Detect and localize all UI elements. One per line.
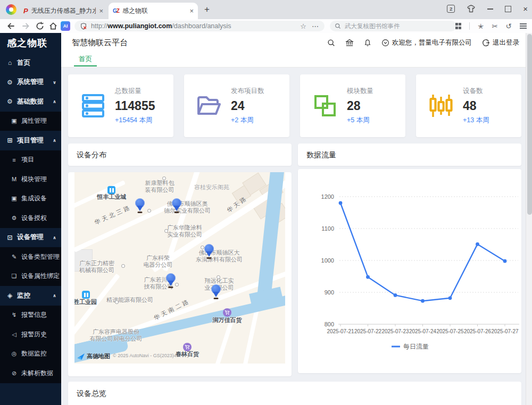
welcome-text: 欢迎您，普量电子有限公司: [392, 38, 472, 47]
sidebar-menu: ⌂首页⚙系统管理∨⚙基础数据∧▣属性管理⊞项目管理∧≡项目M模块管理▣集成设备⚙…: [0, 53, 61, 383]
sidebar-item-集成设备[interactable]: ▣集成设备: [0, 189, 61, 209]
browser-addressbar: AI http://www.puliangiot.com/dashboard/a…: [0, 19, 532, 33]
ai-assistant-icon[interactable]: AI: [61, 21, 70, 31]
tab2-close-icon[interactable]: ×: [189, 7, 194, 15]
tab-count-badge[interactable]: 2: [447, 5, 455, 13]
stat-value: 48: [463, 99, 489, 113]
sidebar-item-首页[interactable]: ⌂首页: [0, 53, 61, 73]
tab2-title: 感之物联: [122, 6, 187, 15]
logout-button[interactable]: 退出登录: [482, 38, 519, 47]
header-bell-icon[interactable]: [364, 39, 371, 47]
sidebar-item-基础数据[interactable]: ⚙基础数据∧: [0, 92, 61, 112]
folder-icon: [196, 92, 222, 119]
stat-card-总数据量: 总数据量114855+15454 本周: [68, 74, 173, 137]
svg-text:2025-07-24: 2025-07-24: [409, 328, 437, 334]
stat-label: 总数据量: [115, 87, 155, 96]
map-poi-label: 胜工业园: [74, 299, 97, 306]
tab-home[interactable]: 首页: [74, 52, 97, 66]
svg-text:800: 800: [325, 321, 334, 327]
stat-value: 24: [231, 99, 264, 113]
amap-plane-icon: [77, 353, 85, 360]
tab1-close-icon[interactable]: ×: [99, 7, 103, 15]
sidebar-item-数据监控[interactable]: ◎数据监控: [0, 344, 61, 364]
svg-text:900: 900: [325, 289, 334, 296]
browser-logo-icon[interactable]: [6, 4, 16, 15]
url-scheme: http://: [91, 22, 107, 30]
search-placeholder: 武大复核图书馆事件: [345, 22, 400, 30]
map-poi-label: 广东科荣 电器分公司: [144, 255, 173, 268]
sidebar-item-未解析数据[interactable]: ⊘未解析数据: [0, 364, 61, 383]
device-map-marker[interactable]: [166, 273, 176, 283]
device-distribution-map[interactable]: 高德地图 © 2025 AutoNavi - GS(2023)4677号 华天北…: [74, 172, 285, 364]
device-manage-icon: ⊡: [6, 234, 14, 241]
stat-label: 发布项目数: [231, 87, 264, 96]
device-map-marker[interactable]: [211, 284, 221, 294]
map-panel-title: 设备分布: [68, 144, 292, 166]
header-search-icon[interactable]: [327, 39, 335, 47]
forward-icon[interactable]: [21, 21, 30, 31]
back-icon[interactable]: [6, 21, 16, 31]
svg-text:2025-07-23: 2025-07-23: [381, 328, 409, 334]
header-bank-icon[interactable]: [345, 39, 354, 47]
sidebar-item-设备授权[interactable]: ⚙设备授权: [0, 208, 61, 228]
svg-text:2025-07-26: 2025-07-26: [464, 328, 492, 334]
screenshot-scissors-icon[interactable]: ✂: [492, 22, 497, 30]
sidebar-item-报警历史[interactable]: ◁报警历史: [0, 325, 61, 344]
window-close-button[interactable]: ×: [523, 6, 528, 12]
map-poi-label: 广东正力精密 机械有限公司: [79, 260, 114, 274]
stat-label: 模块数量: [347, 87, 373, 96]
new-tab-button[interactable]: +: [204, 4, 210, 15]
minimize-button[interactable]: [487, 9, 493, 10]
sidebar-item-设备属性绑定[interactable]: ❏设备属性绑定: [0, 267, 61, 286]
history-undo-icon[interactable]: ↺: [506, 22, 512, 30]
welcome-account[interactable]: 欢迎您，普量电子有限公司: [381, 38, 472, 47]
sidebar-item-项目[interactable]: ≡项目: [0, 150, 61, 170]
device-map-marker[interactable]: [172, 198, 181, 208]
home-icon: ⌂: [6, 59, 14, 66]
sidebar-item-模块管理[interactable]: M模块管理: [0, 170, 61, 189]
home-icon[interactable]: [48, 21, 58, 31]
sidebar-item-监控[interactable]: ◈监控∧: [0, 286, 61, 306]
device-map-marker[interactable]: [204, 244, 214, 254]
overview-panel-title: 设备总览: [68, 382, 521, 405]
page-scrollbar[interactable]: [526, 33, 532, 405]
browser-search-box[interactable]: 武大复核图书馆事件: [330, 21, 456, 31]
url-path: /dashboard/analysis: [172, 22, 231, 30]
sidebar-item-属性管理[interactable]: ▣属性管理: [0, 112, 61, 131]
logout-text: 退出登录: [493, 38, 519, 47]
speaker-icon: ◁: [10, 331, 18, 338]
map-poi-dot: [175, 283, 179, 286]
map-poi-label: 佛山市顺德区大 东润涂料有限公司: [196, 249, 243, 263]
pen-icon: ✎: [10, 254, 18, 260]
browser-tab-active[interactable]: GZ 感之物联 ×: [109, 3, 198, 19]
chevron-up-icon: ∧: [53, 99, 56, 104]
apps-grid-icon[interactable]: [455, 23, 462, 29]
svg-text:2025-07-22: 2025-07-22: [354, 328, 382, 334]
stat-value: 114855: [115, 99, 155, 113]
chevron-up-icon: ∧: [53, 293, 56, 298]
device-map-marker[interactable]: [135, 198, 145, 208]
url-more-icon[interactable]: ⋯: [312, 22, 319, 30]
sidebar-item-设备管理[interactable]: ⊡设备管理∧: [0, 228, 61, 248]
sidebar-item-设备类型管理[interactable]: ✎设备类型管理: [0, 247, 61, 267]
monitor-icon: ◎: [10, 350, 18, 357]
menu-hamburger-icon[interactable]: [520, 23, 527, 29]
skin-tshirt-icon[interactable]: [467, 5, 476, 13]
svg-text:每日流量: 每日流量: [403, 343, 429, 350]
main-content: 总数据量114855+15454 本周发布项目数24+2 本周模块数量28+5 …: [61, 68, 526, 405]
scrollbar-thumb[interactable]: [527, 34, 532, 215]
sidebar-item-项目管理[interactable]: ⊞项目管理∧: [0, 131, 61, 150]
page-title: 智慧物联云平台: [72, 38, 128, 48]
insecure-shield-icon[interactable]: [80, 22, 87, 30]
favorites-icon[interactable]: ✭: [478, 22, 484, 30]
refresh-icon[interactable]: [35, 21, 45, 31]
browser-tab-inactive[interactable]: P 无线压力传感器_静力水准仪_ ×: [19, 3, 107, 19]
sidebar-item-报警信息[interactable]: ↯报警信息: [0, 306, 61, 325]
map-poi-dot: [201, 246, 204, 249]
list-icon: ≡: [10, 157, 18, 163]
maximize-button[interactable]: [505, 6, 511, 12]
sidebar-item-系统管理[interactable]: ⚙系统管理∨: [0, 73, 61, 92]
bookmark-star-icon[interactable]: ☆: [300, 22, 306, 30]
url-field[interactable]: http://www.puliangiot.com/dashboard/anal…: [74, 21, 325, 31]
map-poi-label: 广东容声电器股份 有限公司厨电分公司: [90, 328, 143, 342]
